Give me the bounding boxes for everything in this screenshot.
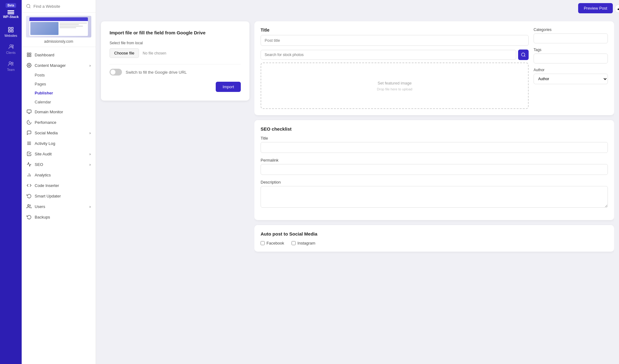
nav-team-label: Team	[7, 68, 15, 72]
seo-description-textarea[interactable]	[261, 186, 608, 208]
svg-rect-10	[27, 53, 29, 54]
svg-point-6	[9, 62, 11, 64]
seo-title-label: Title	[261, 136, 608, 141]
sidebar-dashboard-label: Dashboard	[35, 53, 54, 57]
seo-permalink-input[interactable]	[261, 164, 608, 175]
site-thumbnail	[26, 16, 91, 37]
content-manager-chevron: ›	[89, 63, 91, 68]
nav-websites-label: Websites	[5, 34, 17, 37]
social-panel: Auto post to Social Media Facebook Insta…	[254, 225, 614, 252]
stock-photo-search-button[interactable]	[518, 50, 529, 60]
seo-permalink-label: Permalink	[261, 158, 608, 162]
sidebar-item-social-media[interactable]: Social Media ›	[22, 128, 96, 138]
sidebar-item-site-audit[interactable]: Site Audit ›	[22, 149, 96, 159]
sidebar-analytics-label: Analytics	[35, 173, 51, 177]
nav-item-clients[interactable]: Clients	[0, 41, 22, 58]
post-title-input[interactable]	[261, 35, 529, 46]
users-chevron: ›	[89, 204, 91, 209]
instagram-checkbox[interactable]	[292, 241, 296, 245]
title-section: Title	[261, 28, 529, 46]
import-button[interactable]: Import	[216, 82, 241, 92]
right-panel: Title Set featured image	[254, 21, 614, 359]
file-chooser-row: Choose file No file chosen	[110, 48, 241, 58]
social-section-title: Auto post to Social Media	[261, 231, 608, 236]
svg-point-8	[27, 4, 30, 8]
main-content: Preview Post Import file or fill the fie…	[96, 0, 619, 364]
svg-rect-0	[9, 28, 11, 29]
sidebar-item-dashboard[interactable]: Dashboard	[22, 50, 96, 60]
seo-permalink-field: Permalink	[261, 158, 608, 175]
author-field: Author Author	[534, 68, 608, 84]
sidebar-content-manager-label: Content Manager	[35, 63, 66, 68]
nav-item-websites[interactable]: Websites	[0, 24, 22, 41]
tags-input[interactable]	[534, 54, 608, 63]
sidebar-sub-posts[interactable]: Posts	[22, 71, 96, 80]
sidebar-item-domain-monitor[interactable]: Domain Monitor	[22, 106, 96, 117]
site-search-input[interactable]	[33, 4, 91, 9]
social-media-chevron: ›	[89, 131, 91, 135]
categories-input[interactable]	[534, 33, 608, 43]
sidebar-item-backups[interactable]: Backups	[22, 212, 96, 222]
sidebar-code-inserter-label: Code Inserter	[35, 183, 59, 188]
svg-line-23	[524, 56, 525, 57]
featured-image-dropzone[interactable]: Set featured image Drop file here to upl…	[261, 63, 529, 109]
sidebar-activity-log-label: Activity Log	[35, 141, 55, 146]
sidebar-item-analytics[interactable]: Analytics	[22, 170, 96, 180]
nav-bar: Beta WP-Stack Websites Clients Team	[0, 0, 22, 364]
select-file-label: Select file from local	[110, 41, 241, 45]
toggle-label: Switch to fill the Google drive URL	[126, 70, 187, 75]
sidebar-item-content-manager[interactable]: Content Manager ›	[22, 60, 96, 71]
search-icon-white	[521, 52, 526, 57]
site-preview: admissionsly.com	[22, 13, 96, 47]
seo-chevron: ›	[89, 162, 91, 167]
svg-rect-15	[27, 110, 31, 113]
sidebar-nav: Dashboard Content Manager › Posts Pages …	[22, 47, 96, 364]
site-name: admissionsly.com	[26, 39, 91, 44]
image-section: Set featured image Drop file here to upl…	[261, 50, 529, 109]
sidebar-social-media-label: Social Media	[35, 131, 58, 135]
instagram-checkbox-item[interactable]: Instagram	[292, 241, 315, 245]
content-area: Import file or fill the field from Googl…	[96, 16, 619, 364]
sidebar-item-seo[interactable]: SEO ›	[22, 159, 96, 170]
social-checkboxes: Facebook Instagram	[261, 241, 608, 245]
facebook-checkbox[interactable]	[261, 241, 265, 245]
sidebar-item-activity-log[interactable]: Activity Log	[22, 138, 96, 149]
divider	[110, 64, 241, 64]
sidebar-sub-publisher[interactable]: Publisher	[22, 89, 96, 98]
sidebar-item-performance[interactable]: Perfomance	[22, 117, 96, 128]
beta-badge: Beta	[6, 3, 16, 8]
choose-file-button[interactable]: Choose file	[110, 48, 139, 58]
seo-title-input[interactable]	[261, 142, 608, 153]
svg-rect-3	[11, 30, 13, 32]
tags-label: Tags	[534, 48, 608, 52]
google-drive-toggle[interactable]	[110, 69, 122, 76]
stock-photo-search[interactable]	[261, 50, 516, 60]
post-panel: Title Set featured image	[254, 21, 614, 115]
preview-post-button[interactable]: Preview Post	[578, 3, 613, 13]
svg-rect-12	[27, 55, 29, 57]
sidebar-sub-calendar[interactable]: Calendar	[22, 98, 96, 106]
drop-label: Drop file here to upload	[377, 87, 412, 91]
svg-point-21	[28, 205, 29, 206]
title-label: Title	[261, 28, 529, 32]
sidebar-item-smart-updater[interactable]: Smart Updater	[22, 191, 96, 201]
sidebar-seo-label: SEO	[35, 162, 43, 167]
sidebar-users-label: Users	[35, 204, 45, 209]
svg-rect-2	[9, 30, 11, 32]
nav-item-team[interactable]: Team	[0, 58, 22, 75]
sidebar-domain-monitor-label: Domain Monitor	[35, 110, 63, 114]
image-search-row	[261, 50, 529, 60]
no-file-label: No file chosen	[143, 51, 166, 55]
author-label: Author	[534, 68, 608, 72]
author-select[interactable]: Author	[534, 74, 608, 84]
facebook-checkbox-item[interactable]: Facebook	[261, 241, 284, 245]
seo-description-label: Description	[261, 180, 608, 184]
svg-point-4	[10, 45, 12, 47]
google-drive-toggle-row: Switch to fill the Google drive URL	[110, 69, 241, 76]
sidebar-sub-pages[interactable]: Pages	[22, 80, 96, 89]
sidebar-performance-label: Perfomance	[35, 120, 56, 125]
sidebar-item-code-inserter[interactable]: Code Inserter	[22, 180, 96, 191]
sidebar-item-users[interactable]: Users ›	[22, 201, 96, 212]
toggle-knob	[110, 70, 115, 75]
seo-description-field: Description	[261, 180, 608, 209]
